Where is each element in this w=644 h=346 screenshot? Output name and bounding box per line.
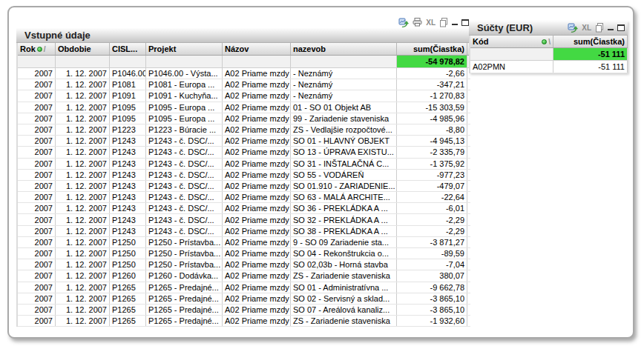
table-row[interactable]: 2007 1. 12. 2007 P1265 P1265 - Predajné.… xyxy=(18,316,470,327)
cell-suma[interactable]: 380,07 xyxy=(397,270,467,281)
column-header-nazov[interactable]: Názov xyxy=(223,43,291,55)
cell-nazevob[interactable]: SO 01 - HLAVNÝ OBJEKT xyxy=(291,136,397,146)
cell-obdobie[interactable]: 1. 12. 2007 xyxy=(56,181,110,191)
column-header-suma[interactable]: sum(Čiastka) xyxy=(553,36,628,47)
cell-rok[interactable]: 2007 xyxy=(18,316,56,326)
cell-rok[interactable]: 2007 xyxy=(18,282,56,293)
excel-export-icon[interactable]: XL xyxy=(582,24,591,32)
cell-nazov[interactable]: A02 Priame mzdy xyxy=(223,113,291,124)
copy-to-clipboard-icon[interactable] xyxy=(595,23,604,33)
cell-rok[interactable]: 2007 xyxy=(18,159,56,169)
table-row[interactable]: 2007 1. 12. 2007 P1081 P1081 - Europa ..… xyxy=(18,79,470,90)
cell-nazov[interactable]: A02 Priame mzdy xyxy=(223,214,291,224)
cell-rok[interactable]: 2007 xyxy=(18,113,56,124)
cell-cislo[interactable]: P1243 xyxy=(110,159,146,169)
cell-rok[interactable]: 2007 xyxy=(18,259,56,270)
cell-rok[interactable]: 2007 xyxy=(18,147,56,157)
cell-nazevob[interactable]: 01 - SO 01 Objekt AB xyxy=(291,102,397,113)
cell-suma[interactable]: -51 111 xyxy=(553,61,628,73)
cell-suma[interactable]: -1 932,60 xyxy=(397,316,467,326)
table-row[interactable]: 2007 1. 12. 2007 P1223 P1223 - Búracie .… xyxy=(18,124,470,136)
cell-nazevob[interactable]: SO 63 - MALÁ ARCHITE... xyxy=(291,192,397,202)
cell-nazov[interactable]: A02 Priame mzdy xyxy=(223,316,291,326)
cell-nazov[interactable]: A02 Priame mzdy xyxy=(223,237,291,247)
cell-nazevob[interactable]: SO 32 - PREKLÁDKA A ... xyxy=(291,214,397,224)
table-row[interactable]: 2007 1. 12. 2007 P1243 P1243 - č. DSC/..… xyxy=(18,203,470,214)
table-row[interactable]: 2007 1. 12. 2007 P1250 P1250 - Prístavba… xyxy=(18,237,470,248)
cell-suma[interactable]: -22,64 xyxy=(397,192,467,202)
cell-nazevob[interactable]: SO 55 - VODÁREŇ xyxy=(291,170,397,180)
table-row[interactable]: 2007 1. 12. 2007 P1243 P1243 - č. DSC/..… xyxy=(18,147,470,158)
fast-change-icon[interactable] xyxy=(398,18,409,27)
table-row[interactable]: 2007 1. 12. 2007 P1265 P1265 - Predajné.… xyxy=(18,305,470,316)
cell-suma[interactable]: -479,07 xyxy=(397,181,467,191)
table-row[interactable]: 2007 1. 12. 2007 P1091 P1091 - Kuchyňa..… xyxy=(18,90,470,102)
cell-cislo[interactable]: P1081 xyxy=(110,79,146,90)
cell-rok[interactable]: 2007 xyxy=(18,79,56,90)
cell-rok[interactable]: 2007 xyxy=(18,237,56,247)
cell-cislo[interactable]: P1095 xyxy=(110,102,146,113)
table-row[interactable]: 2007 1. 12. 2007 P1250 P1250 - Prístavba… xyxy=(18,248,470,259)
cell-obdobie[interactable]: 1. 12. 2007 xyxy=(56,305,110,315)
cell-nazevob[interactable]: SO 01 - Administratívna ... xyxy=(291,282,397,293)
table-row[interactable]: 2007 1. 12. 2007 P1243 P1243 - č. DSC/..… xyxy=(18,226,470,237)
cell-suma[interactable]: -4 945,13 xyxy=(397,136,467,146)
table-row[interactable]: 2007 1. 12. 2007 P1243 P1243 - č. DSC/..… xyxy=(18,181,470,192)
cell-obdobie[interactable]: 1. 12. 2007 xyxy=(56,237,110,247)
cell-projekt[interactable]: P1223 - Búracie ... xyxy=(146,124,223,135)
column-header-kod[interactable]: Kód \ xyxy=(470,36,553,47)
cell-suma[interactable]: -7,04 xyxy=(397,259,467,270)
table-row[interactable]: 2007 1. 12. 2007 P1046.00 P1046.00 - Výs… xyxy=(18,68,470,79)
cell-cislo[interactable]: P1265 xyxy=(110,316,146,326)
cell-suma[interactable]: -8,80 xyxy=(397,124,467,135)
cell-rok[interactable]: 2007 xyxy=(18,136,56,146)
cell-projekt[interactable]: P1095 - Europa ... xyxy=(146,102,223,113)
cell-obdobie[interactable]: 1. 12. 2007 xyxy=(56,159,110,169)
cell-suma[interactable]: -977,23 xyxy=(397,170,467,180)
cell-projekt[interactable]: P1250 - Prístavba... xyxy=(146,259,223,270)
cell-nazov[interactable]: A02 Priame mzdy xyxy=(223,147,291,157)
cell-obdobie[interactable]: 1. 12. 2007 xyxy=(56,203,110,213)
table-row[interactable]: A02PMN -51 111 xyxy=(470,61,628,73)
cell-nazevob[interactable]: SO 02 - Servisný a sklad... xyxy=(291,293,397,304)
cell-nazov[interactable]: A02 Priame mzdy xyxy=(223,79,291,90)
cell-nazov[interactable]: A02 Priame mzdy xyxy=(223,68,291,79)
cell-nazov[interactable]: A02 Priame mzdy xyxy=(223,259,291,270)
cell-nazevob[interactable]: SO 31 - INŠTALAČNÁ C... xyxy=(291,159,397,169)
table-row[interactable]: 2007 1. 12. 2007 P1243 P1243 - č. DSC/..… xyxy=(18,159,470,170)
table-row[interactable]: 2007 1. 12. 2007 P1243 P1243 - č. DSC/..… xyxy=(18,170,470,181)
cell-cislo[interactable]: P1095 xyxy=(110,113,146,124)
cell-nazevob[interactable]: 99 - Zariadenie staveniska xyxy=(291,113,397,124)
maximize-icon[interactable] xyxy=(617,24,625,31)
cell-nazov[interactable]: A02 Priame mzdy xyxy=(223,305,291,315)
cell-rok[interactable]: 2007 xyxy=(18,68,56,79)
cell-suma[interactable]: -1 375,92 xyxy=(397,159,467,169)
cell-obdobie[interactable]: 1. 12. 2007 xyxy=(56,136,110,146)
cell-suma[interactable]: -4 985,96 xyxy=(397,113,467,124)
maximize-icon[interactable] xyxy=(461,19,469,26)
cell-cislo[interactable]: P1046.00 xyxy=(110,68,146,79)
column-header-obdobie[interactable]: Obdobie xyxy=(56,43,110,55)
cell-cislo[interactable]: P1243 xyxy=(110,170,146,180)
table-row[interactable]: 2007 1. 12. 2007 P1095 P1095 - Europa ..… xyxy=(18,102,470,113)
cell-obdobie[interactable]: 1. 12. 2007 xyxy=(56,293,110,304)
table-row[interactable]: 2007 1. 12. 2007 P1095 P1095 - Europa ..… xyxy=(18,113,470,124)
cell-projekt[interactable]: P1243 - č. DSC/... xyxy=(146,170,223,180)
cell-nazevob[interactable]: SO 04 - Rekonštrukcia o... xyxy=(291,248,397,259)
cell-suma[interactable]: -2 335,79 xyxy=(397,147,467,157)
cell-nazov[interactable]: A02 Priame mzdy xyxy=(223,159,291,169)
cell-obdobie[interactable]: 1. 12. 2007 xyxy=(56,192,110,202)
cell-nazov[interactable]: A02 Priame mzdy xyxy=(223,124,291,135)
cell-obdobie[interactable]: 1. 12. 2007 xyxy=(56,90,110,101)
cell-cislo[interactable]: P1243 xyxy=(110,147,146,157)
minimize-icon[interactable] xyxy=(452,19,458,26)
cell-nazov[interactable]: A02 Priame mzdy xyxy=(223,226,291,236)
column-header-rok[interactable]: Rok / xyxy=(18,43,56,55)
cell-nazov[interactable]: A02 Priame mzdy xyxy=(223,170,291,180)
cell-projekt[interactable]: P1091 - Kuchyňa... xyxy=(146,90,223,101)
cell-nazevob[interactable]: SO 02,03b - Horná stavba xyxy=(291,259,397,270)
cell-rok[interactable]: 2007 xyxy=(18,170,56,180)
cell-cislo[interactable]: P1243 xyxy=(110,214,146,224)
cell-rok[interactable]: 2007 xyxy=(18,305,56,315)
column-header-projekt[interactable]: Projekt xyxy=(146,43,223,55)
